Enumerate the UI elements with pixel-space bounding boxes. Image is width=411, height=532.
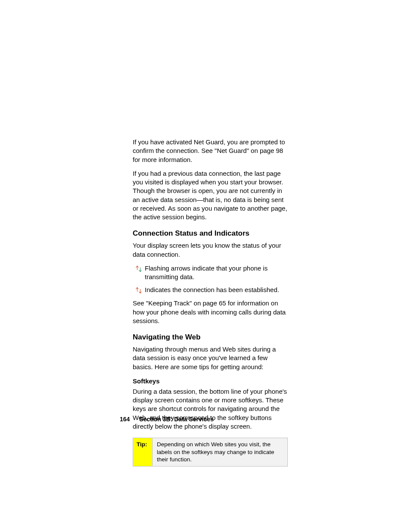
indicator-row-established: Indicates the connection has been establ… <box>133 286 288 295</box>
data-arrows-icon <box>134 286 143 295</box>
heading-softkeys: Softkeys <box>133 377 288 385</box>
page: If you have activated Net Guard, you are… <box>0 0 411 532</box>
tip-box: Tip: Depending on which Web sites you vi… <box>133 438 288 467</box>
indicator-text-transmitting: Flashing arrows indicate that your phone… <box>145 264 288 282</box>
tip-label: Tip: <box>133 438 153 466</box>
connection-paragraph-2: See "Keeping Track" on page 65 for infor… <box>133 299 288 325</box>
intro-paragraph-2: If you had a previous data connection, t… <box>133 169 288 222</box>
page-number: 164 <box>120 416 130 423</box>
intro-paragraph-1: If you have activated Net Guard, you are… <box>133 138 288 164</box>
softkeys-paragraph-1: During a data session, the bottom line o… <box>133 387 288 431</box>
navigating-paragraph-1: Navigating through menus and Web sites d… <box>133 345 288 371</box>
heading-connection-status: Connection Status and Indicators <box>133 229 288 238</box>
data-arrows-icon <box>134 264 143 273</box>
tip-body: Depending on which Web sites you visit, … <box>153 438 287 466</box>
section-label: Section 3B: Data Services <box>139 416 214 423</box>
indicator-text-established: Indicates the connection has been establ… <box>145 286 288 294</box>
indicator-row-transmitting: Flashing arrows indicate that your phone… <box>133 264 288 282</box>
connection-paragraph-1: Your display screen lets you know the st… <box>133 241 288 259</box>
page-footer: 164Section 3B: Data Services <box>120 416 214 423</box>
heading-navigating-web: Navigating the Web <box>133 333 288 342</box>
